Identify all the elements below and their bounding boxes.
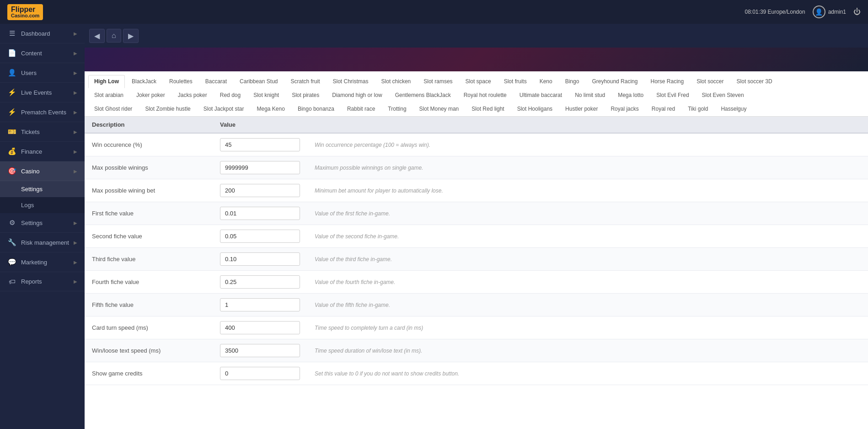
tabs-row-2: Slot arabianJoker pokerJacks pokerRed do… bbox=[88, 89, 864, 102]
tab-mega-lotto[interactable]: Mega lotto bbox=[612, 89, 649, 102]
tab-hasselguy[interactable]: Hasselguy bbox=[715, 102, 752, 115]
sidebar-item-dashboard[interactable]: ☰Dashboard ▶ bbox=[0, 24, 85, 43]
table-row: Third fiche valueValue of the third fich… bbox=[85, 248, 868, 271]
tab-mega-keno[interactable]: Mega Keno bbox=[251, 102, 290, 115]
row-hint-fifth-fiche: Value of the fifth fiche in-game. bbox=[307, 294, 868, 316]
tab-keno[interactable]: Keno bbox=[534, 75, 558, 88]
chevron-right-icon: ▶ bbox=[74, 279, 77, 284]
sidebar-item-prematch-events[interactable]: ⚡Prematch Events ▶ bbox=[0, 102, 85, 122]
tab-bingo[interactable]: Bingo bbox=[559, 75, 585, 88]
sidebar-subitem-logs[interactable]: Logs bbox=[0, 197, 85, 213]
tab-trotting[interactable]: Trotting bbox=[382, 102, 412, 115]
tab-bingo-bonanza[interactable]: Bingo bonanza bbox=[292, 102, 340, 115]
sidebar-item-finance[interactable]: 💰Finance ▶ bbox=[0, 142, 85, 161]
chevron-right-icon: ▶ bbox=[74, 240, 77, 245]
tab-scratch-fruit[interactable]: Scratch fruit bbox=[284, 75, 326, 88]
tab-slot-fruits[interactable]: Slot fruits bbox=[498, 75, 533, 88]
row-input-show-game-credits[interactable] bbox=[220, 367, 300, 380]
tab-slot-pirates[interactable]: Slot pirates bbox=[286, 89, 325, 102]
nav-forward-button[interactable]: ▶ bbox=[123, 29, 139, 43]
main-content: Description Value Win occurence (%)Win o… bbox=[85, 117, 868, 429]
sidebar-item-users[interactable]: 👤Users ▶ bbox=[0, 63, 85, 83]
live-events-icon: ⚡ bbox=[7, 88, 16, 97]
tab-joker-poker[interactable]: Joker poker bbox=[130, 89, 171, 102]
sidebar-item-marketing[interactable]: 💬Marketing ▶ bbox=[0, 252, 85, 272]
tab-roulettes[interactable]: Roulettes bbox=[163, 75, 198, 88]
tab-high-low[interactable]: High Low bbox=[88, 75, 125, 88]
tab-hustler-poker[interactable]: Hustler poker bbox=[559, 102, 604, 115]
row-value-cell-win-occurrence bbox=[213, 133, 307, 156]
tab-tiki-gold[interactable]: Tiki gold bbox=[682, 102, 714, 115]
tab-blackjack[interactable]: BlackJack bbox=[126, 75, 162, 88]
tab-slot-even-steven[interactable]: Slot Even Steven bbox=[696, 89, 750, 102]
row-hint-first-fiche: Value of the first fiche in-game. bbox=[307, 202, 868, 225]
row-description-card-turn-speed: Card turn speed (ms) bbox=[85, 316, 213, 339]
col-hint bbox=[307, 117, 868, 133]
tab-slot-soccer-3d[interactable]: Slot soccer 3D bbox=[731, 75, 778, 88]
tab-slot-zombie-hustle[interactable]: Slot Zombie hustle bbox=[139, 102, 196, 115]
col-value: Value bbox=[213, 117, 307, 133]
tab-diamond-high-low[interactable]: Diamond high or low bbox=[326, 89, 388, 102]
chevron-right-icon: ▶ bbox=[74, 260, 77, 265]
tab-royal-jacks[interactable]: Royal jacks bbox=[605, 102, 644, 115]
row-input-third-fiche[interactable] bbox=[220, 252, 300, 266]
nav-strip: ◀ ⌂ ▶ bbox=[85, 24, 868, 48]
tab-gentlemens-blackjack[interactable]: Gentlemens BlackJack bbox=[389, 89, 457, 102]
tab-slot-arabian[interactable]: Slot arabian bbox=[88, 89, 129, 102]
row-input-fifth-fiche[interactable] bbox=[220, 298, 300, 311]
finance-icon: 💰 bbox=[7, 147, 16, 156]
tab-slot-christmas[interactable]: Slot Christmas bbox=[327, 75, 375, 88]
row-input-card-turn-speed[interactable] bbox=[220, 321, 300, 334]
row-value-cell-third-fiche bbox=[213, 248, 307, 271]
tab-slot-ramses[interactable]: Slot ramses bbox=[418, 75, 458, 88]
topbar-right: 08:01:39 Europe/London 👤 admin1 ⏻ bbox=[745, 5, 861, 18]
sidebar-item-live-events[interactable]: ⚡Live Events ▶ bbox=[0, 83, 85, 102]
row-input-win-occurrence[interactable] bbox=[220, 138, 300, 151]
nav-home-button[interactable]: ⌂ bbox=[107, 29, 121, 43]
row-value-cell-show-game-credits bbox=[213, 362, 307, 385]
tab-slot-space[interactable]: Slot space bbox=[460, 75, 497, 88]
topbar: Flipper Casino.com 08:01:39 Europe/Londo… bbox=[0, 0, 868, 24]
content-area: ◀ ⌂ ▶ High LowBlackJackRoulettesBaccarat… bbox=[85, 24, 868, 429]
sidebar-item-tickets[interactable]: 🎫Tickets ▶ bbox=[0, 122, 85, 142]
sidebar: ☰Dashboard ▶ 📄Content ▶ 👤Users ▶ ⚡Live E… bbox=[0, 24, 85, 429]
tab-red-dog[interactable]: Red dog bbox=[214, 89, 246, 102]
tab-slot-chicken[interactable]: Slot chicken bbox=[375, 75, 417, 88]
tab-no-limit-stud[interactable]: No limit stud bbox=[569, 89, 611, 102]
tab-royal-red[interactable]: Royal red bbox=[646, 102, 681, 115]
row-input-max-possible-winnings[interactable] bbox=[220, 161, 300, 174]
sidebar-item-content[interactable]: 📄Content ▶ bbox=[0, 43, 85, 63]
tab-slot-ghost-rider[interactable]: Slot Ghost rider bbox=[88, 102, 138, 115]
sidebar-item-settings[interactable]: ⚙Settings ▶ bbox=[0, 213, 85, 233]
nav-back-button[interactable]: ◀ bbox=[89, 29, 105, 43]
tab-slot-money-man[interactable]: Slot Money man bbox=[413, 102, 465, 115]
row-input-second-fiche[interactable] bbox=[220, 230, 300, 243]
row-input-fourth-fiche[interactable] bbox=[220, 275, 300, 289]
tab-greyhound-racing[interactable]: Greyhound Racing bbox=[586, 75, 643, 88]
table-row: Second fiche valueValue of the second fi… bbox=[85, 225, 868, 248]
tab-baccarat[interactable]: Baccarat bbox=[199, 75, 233, 88]
sidebar-subitem-settings[interactable]: Settings bbox=[0, 181, 85, 197]
tab-slot-jackpot-star[interactable]: Slot Jackpot star bbox=[198, 102, 250, 115]
risk-icon: 🔧 bbox=[7, 238, 16, 247]
tab-jacks-poker[interactable]: Jacks poker bbox=[172, 89, 213, 102]
tab-rabbit-race[interactable]: Rabbit race bbox=[341, 102, 381, 115]
row-input-max-possible-wining-bet[interactable] bbox=[220, 184, 300, 197]
tab-caribbean-stud[interactable]: Caribbean Stud bbox=[234, 75, 284, 88]
tab-slot-red-light[interactable]: Slot Red light bbox=[466, 102, 510, 115]
tab-ultimate-baccarat[interactable]: Ultimate baccarat bbox=[514, 89, 568, 102]
tab-slot-hooligans[interactable]: Slot Hooligans bbox=[511, 102, 558, 115]
sidebar-item-risk-mgmt[interactable]: 🔧Risk management ▶ bbox=[0, 233, 85, 252]
sidebar-item-casino[interactable]: 🎯Casino ▶ bbox=[0, 161, 85, 181]
sidebar-item-reports[interactable]: 🏷Reports ▶ bbox=[0, 272, 85, 291]
tab-horse-racing[interactable]: Horse Racing bbox=[644, 75, 690, 88]
row-input-win-loose-text-speed[interactable] bbox=[220, 344, 300, 357]
tab-slot-knight[interactable]: Slot knight bbox=[247, 89, 285, 102]
row-input-first-fiche[interactable] bbox=[220, 207, 300, 220]
row-value-cell-second-fiche bbox=[213, 225, 307, 248]
logout-icon[interactable]: ⏻ bbox=[853, 8, 861, 16]
tab-slot-soccer[interactable]: Slot soccer bbox=[691, 75, 729, 88]
hero-banner bbox=[85, 48, 868, 71]
tab-slot-evil-fred[interactable]: Slot Evil Fred bbox=[650, 89, 695, 102]
tab-royal-hot-roulette[interactable]: Royal hot roulette bbox=[458, 89, 513, 102]
